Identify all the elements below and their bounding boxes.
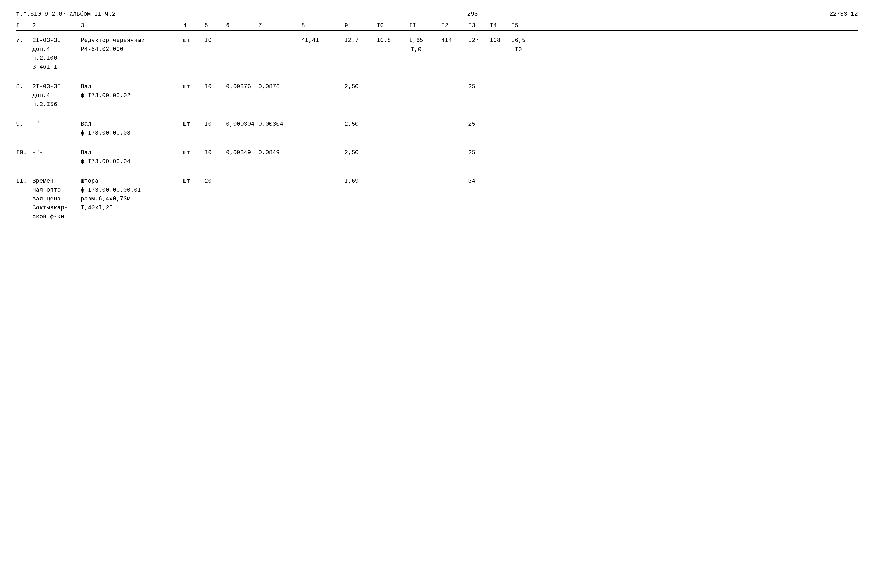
row-col5: I0 bbox=[204, 36, 226, 45]
fraction-col11: I,65 I,0 bbox=[409, 36, 423, 54]
row-ref: Времен- ная опто- вая цена Соктывкар- ск… bbox=[32, 177, 81, 221]
row-col13: 34 bbox=[468, 177, 490, 186]
row-unit: шт bbox=[183, 177, 204, 186]
row-col13: 25 bbox=[468, 82, 490, 91]
row-col10: I0,8 bbox=[377, 36, 409, 45]
row-col9: I2,7 bbox=[345, 36, 377, 45]
row-name: Штора ф I73.00.00.00.0I разм.6,4x0,73м I… bbox=[81, 177, 183, 212]
row-col15: I6,5 I0 bbox=[511, 36, 544, 54]
row-name: Вал ф I73.00.00.04 bbox=[81, 148, 183, 166]
col-header-10: I0 bbox=[377, 22, 409, 29]
row-ref: -"- bbox=[32, 148, 81, 157]
top-divider bbox=[16, 20, 858, 20]
row-col9: 2,50 bbox=[345, 82, 377, 91]
row-col8: 4I,4I bbox=[301, 36, 345, 45]
row-name: Вал ф I73.00.00.02 bbox=[81, 82, 183, 100]
row-unit: шт bbox=[183, 120, 204, 129]
col-header-6: 6 bbox=[226, 22, 258, 29]
col-header-7: 7 bbox=[258, 22, 301, 29]
row-ref: 2I-03-3I доп.4 п.2.I06 3-46I-I bbox=[32, 36, 81, 72]
col-header-11: II bbox=[409, 22, 441, 29]
table-row: 8. 2I-03-3I доп.4 п.2.I56 Вал ф I73.00.0… bbox=[16, 82, 858, 109]
row-num: II. bbox=[16, 177, 32, 186]
column-headers: I 2 3 4 5 6 7 8 9 I0 II I2 I3 I4 I5 bbox=[16, 22, 858, 31]
row-col7: 0,0849 bbox=[258, 148, 301, 157]
col-header-9: 9 bbox=[345, 22, 377, 29]
col-header-13: I3 bbox=[468, 22, 490, 29]
row-col6: 0,00849 bbox=[226, 148, 258, 157]
row-unit: шт bbox=[183, 82, 204, 91]
table-row: 7. 2I-03-3I доп.4 п.2.I06 3-46I-I Редукт… bbox=[16, 36, 858, 72]
row-col11: I,65 I,0 bbox=[409, 36, 441, 54]
row-col5: 20 bbox=[204, 177, 226, 186]
row-unit: шт bbox=[183, 148, 204, 157]
row-col14: I08 bbox=[490, 36, 511, 45]
row-col9: 2,50 bbox=[345, 120, 377, 129]
row-name: Вал ф I73.00.00.03 bbox=[81, 120, 183, 138]
row-col9: I,69 bbox=[345, 177, 377, 186]
row-col6: 0,00876 bbox=[226, 82, 258, 91]
row-col9: 2,50 bbox=[345, 148, 377, 157]
table-row: II. Времен- ная опто- вая цена Соктывкар… bbox=[16, 177, 858, 221]
row-col5: I0 bbox=[204, 148, 226, 157]
row-col13: 25 bbox=[468, 148, 490, 157]
row-col5: I0 bbox=[204, 120, 226, 129]
col-header-1: I bbox=[16, 22, 32, 29]
row-ref: -"- bbox=[32, 120, 81, 129]
col-header-2: 2 bbox=[32, 22, 81, 29]
row-col12: 4I4 bbox=[441, 36, 468, 45]
col-header-15: I5 bbox=[511, 22, 544, 29]
col-header-4: 4 bbox=[183, 22, 204, 29]
table-row: 9. -"- Вал ф I73.00.00.03 шт I0 0,000304… bbox=[16, 120, 858, 138]
row-col6: 0,000304 bbox=[226, 120, 258, 129]
row-col13: 25 bbox=[468, 120, 490, 129]
row-ref: 2I-03-3I доп.4 п.2.I56 bbox=[32, 82, 81, 109]
col-header-5: 5 bbox=[204, 22, 226, 29]
header-right: 22733-12 bbox=[829, 11, 858, 18]
row-name: Редуктор червячный P4-84.02.000 bbox=[81, 36, 183, 54]
col-header-12: I2 bbox=[441, 22, 468, 29]
col-header-8: 8 bbox=[301, 22, 345, 29]
header-center: - 293 - bbox=[460, 11, 485, 18]
row-num: 9. bbox=[16, 120, 32, 129]
row-col7: 0,00304 bbox=[258, 120, 301, 129]
table-row: I0. -"- Вал ф I73.00.00.04 шт I0 0,00849… bbox=[16, 148, 858, 166]
header-left: т.п.8I0-9.2.87 альбом II ч.2 bbox=[16, 11, 116, 18]
row-col7: 0,0876 bbox=[258, 82, 301, 91]
col-header-14: I4 bbox=[490, 22, 511, 29]
row-num: 8. bbox=[16, 82, 32, 91]
col-header-3: 3 bbox=[81, 22, 183, 29]
page-header: т.п.8I0-9.2.87 альбом II ч.2 - 293 - 227… bbox=[16, 11, 858, 18]
row-num: I0. bbox=[16, 148, 32, 157]
fraction-col15: I6,5 I0 bbox=[511, 36, 526, 54]
row-col5: I0 bbox=[204, 82, 226, 91]
row-unit: шт bbox=[183, 36, 204, 45]
row-col13: I27 bbox=[468, 36, 490, 45]
row-num: 7. bbox=[16, 36, 32, 45]
